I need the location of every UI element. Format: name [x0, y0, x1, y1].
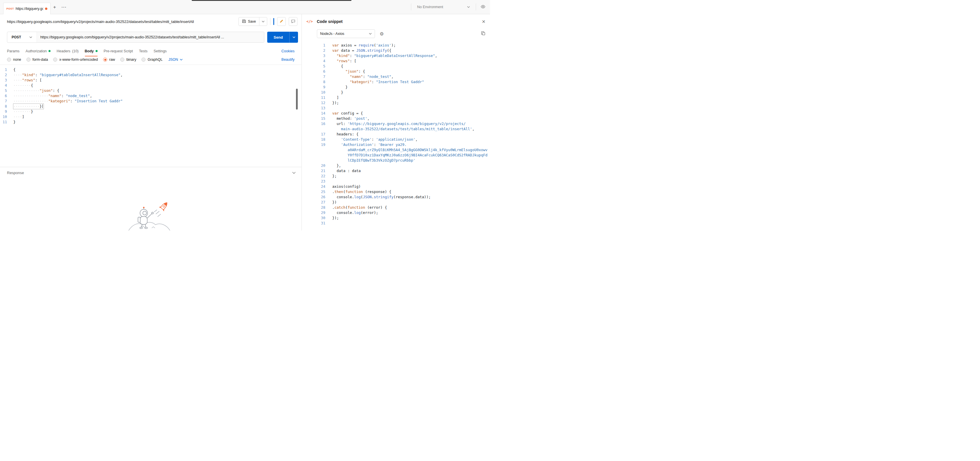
line-number	[302, 153, 332, 158]
tab-body[interactable]: Body	[85, 46, 98, 56]
code-line: 1{	[0, 67, 301, 72]
line-content: lCDpIEfQBwT3b3VkzOZgD7prcuRbbp'	[332, 158, 415, 163]
chevron-down-icon	[29, 36, 32, 38]
body-mode-x-www-form-urlencoded[interactable]: x-www-form-urlencoded	[53, 57, 98, 62]
request-actions: Save	[239, 17, 298, 26]
environment-quick-look-button[interactable]	[480, 4, 487, 10]
environment-selector[interactable]: No Environment	[415, 3, 472, 11]
line-content: {	[13, 67, 16, 72]
environment-value: No Environment	[417, 5, 443, 9]
request-title-row: https://bigquery.googleapis.com/bigquery…	[0, 14, 301, 29]
line-number: 2	[302, 48, 332, 53]
code-line: 9 }	[302, 85, 490, 90]
line-number: 5	[0, 88, 13, 93]
line-number: 8	[0, 104, 13, 109]
copy-icon	[481, 31, 485, 36]
comments-button[interactable]	[289, 17, 298, 26]
tab-settings[interactable]: Settings	[154, 46, 167, 56]
line-number: 15	[302, 116, 332, 121]
request-title-url: https://bigquery.googleapis.com/bigquery…	[7, 19, 234, 24]
line-content: ····]	[13, 114, 24, 120]
line-number: 29	[302, 210, 332, 215]
beautify-link[interactable]: Beautify	[282, 57, 294, 62]
line-content: var config = {	[332, 111, 363, 116]
code-line: 20 },	[302, 163, 490, 168]
line-number: 4	[0, 83, 13, 88]
line-number: 9	[0, 109, 13, 114]
code-line: 13	[302, 105, 490, 111]
body-mode-form-data[interactable]: form-data	[26, 57, 48, 62]
snippet-language-selector[interactable]: NodeJs - Axios	[317, 29, 375, 38]
code-line: main-audio-352522/datasets/test/tables/m…	[302, 126, 490, 132]
window-top-accent	[192, 0, 352, 1]
response-title: Response	[7, 171, 24, 175]
body-mode-graphql[interactable]: GraphQL	[142, 57, 162, 62]
send-options-button[interactable]	[289, 32, 298, 43]
close-snippet-button[interactable]: ×	[482, 19, 485, 24]
chevron-down-icon	[292, 172, 296, 174]
gear-icon: ⚙	[380, 31, 384, 36]
tab-headers[interactable]: Headers(10)	[57, 46, 78, 56]
snippet-code[interactable]: 1var axios = require('axios');2var data …	[302, 41, 490, 231]
send-button-group: Send	[267, 32, 298, 43]
chevron-down-icon	[180, 59, 183, 61]
line-content: .catch(function (error) {	[332, 205, 387, 210]
line-content: ············}	[13, 104, 44, 109]
line-number: 10	[0, 114, 13, 120]
request-body-editor[interactable]: 1{2····"kind": "bigquery#tableDataInsert…	[0, 65, 301, 167]
save-button[interactable]: Save	[239, 18, 259, 26]
editor-scrollbar-thumb[interactable]	[296, 89, 298, 110]
open-request-tab[interactable]: POST https://bigquery.goog	[3, 3, 51, 14]
comment-icon	[291, 19, 295, 24]
tab-options-button[interactable]: ⋯	[59, 3, 69, 11]
line-number: 18	[302, 137, 332, 142]
line-number: 4	[302, 58, 332, 64]
line-number: 2	[0, 72, 13, 78]
tab-label: Settings	[154, 49, 167, 53]
line-number	[302, 126, 332, 132]
line-number: 28	[302, 205, 332, 210]
edit-documentation-button[interactable]	[277, 17, 286, 26]
tab-params[interactable]: Params	[7, 46, 19, 56]
tab-pre-request-script[interactable]: Pre-request Script	[104, 46, 133, 56]
line-number: 10	[302, 90, 332, 95]
line-number: 20	[302, 163, 332, 168]
section-modified-dot	[49, 50, 51, 52]
url-input[interactable]: https://bigquery.googleapis.com/bigquery…	[37, 32, 264, 42]
tab-tests[interactable]: Tests	[139, 46, 148, 56]
request-builder-row: POST https://bigquery.googleapis.com/big…	[0, 29, 301, 46]
line-content: main-audio-352522/datasets/test/tables/m…	[332, 126, 474, 132]
copy-snippet-button[interactable]	[481, 31, 485, 36]
eye-icon	[481, 5, 485, 9]
body-mode-none[interactable]: none	[7, 57, 21, 62]
code-line: 9········}	[0, 109, 301, 114]
body-mode-binary[interactable]: binary	[120, 57, 136, 62]
tab-authorization[interactable]: Authorization	[25, 46, 51, 56]
line-number	[302, 158, 332, 163]
line-content: ····"rows": [	[13, 78, 42, 83]
save-icon	[242, 19, 246, 24]
save-options-button[interactable]	[259, 18, 267, 26]
cookies-link[interactable]: Cookies	[282, 49, 294, 53]
line-content: {	[332, 64, 343, 69]
line-number: 5	[302, 64, 332, 69]
body-mode-raw[interactable]: raw	[103, 57, 115, 62]
snippet-settings-button[interactable]: ⚙	[380, 31, 384, 37]
send-button[interactable]: Send	[267, 32, 289, 43]
line-number: 9	[302, 85, 332, 90]
response-collapse-button[interactable]	[292, 172, 296, 174]
method-selector[interactable]: POST	[7, 32, 37, 42]
main-split: https://bigquery.googleapis.com/bigquery…	[0, 14, 490, 231]
line-content: console.log(error);	[332, 210, 378, 215]
code-line: 8············}	[0, 104, 301, 109]
radio-icon	[103, 57, 107, 62]
line-number: 1	[302, 43, 332, 48]
body-mode-label: none	[13, 57, 21, 62]
line-content: data : data	[332, 168, 361, 174]
code-line: Y0ffD7D10xz1DaxYqMKzJ0a6zzO6j9BI4AcaFcuk…	[302, 153, 490, 158]
new-tab-button[interactable]: +	[51, 3, 59, 11]
tab-method-label: POST	[6, 7, 14, 10]
raw-language-selector[interactable]: JSON	[169, 57, 183, 62]
line-number: 12	[302, 100, 332, 105]
code-line: lCDpIEfQBwT3b3VkzOZgD7prcuRbbp'	[302, 158, 490, 163]
